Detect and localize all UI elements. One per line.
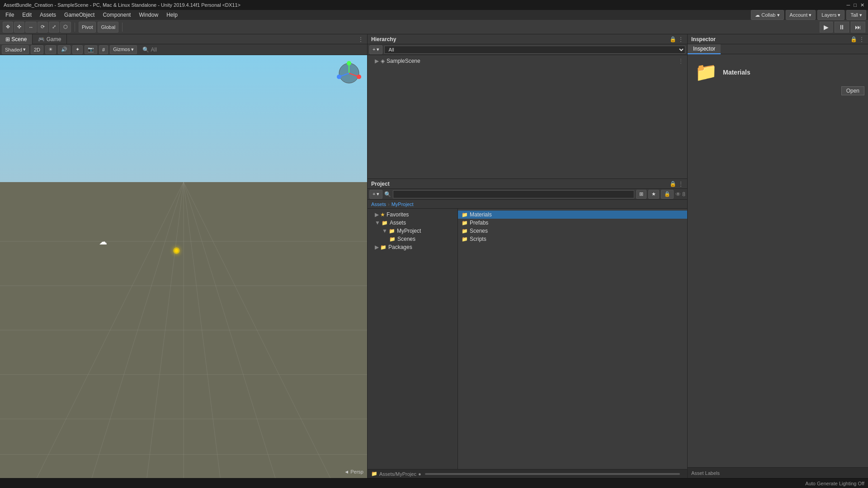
step-button[interactable]: ⏭ <box>851 22 865 33</box>
folder-name: Materials <box>723 69 750 76</box>
project-star-btn[interactable]: ★ <box>648 190 659 199</box>
transform-tools-group: ✥ ✜ ↔ ⟳ ⤢ ⬡ <box>3 22 71 33</box>
scene-tabs: ⊞ Scene 🎮 Game ⋮ <box>0 34 367 44</box>
assets-label: Assets <box>390 220 406 226</box>
inspector-menu-btn[interactable]: ⋮ <box>859 36 864 42</box>
asset-labels-text: Asset Labels <box>691 470 720 476</box>
2d-mode-btn[interactable]: 2D <box>31 45 43 54</box>
audio-btn[interactable]: 🔊 <box>58 45 71 54</box>
prefabs-folder-icon: 📁 <box>462 220 468 226</box>
rect-tool[interactable]: ⤢ <box>49 22 59 33</box>
hand-tool[interactable]: ✥ <box>3 22 13 33</box>
packages-arrow: ▶ <box>375 244 379 250</box>
hierarchy-search[interactable]: All <box>384 46 685 54</box>
tree-scenes[interactable]: 📁 Scenes <box>368 235 458 243</box>
project-lock2-btn[interactable]: 🔒 <box>661 190 674 199</box>
lighting-btn[interactable]: ☀ <box>45 45 56 54</box>
project-lock-btn[interactable]: 🔒 <box>670 181 676 187</box>
tree-favorites[interactable]: ▶ ★ Favorites <box>368 211 458 219</box>
project-files-panel: 📁 Materials 📁 Prefabs 📁 Scenes 📁 Scripts <box>458 209 687 469</box>
pause-button[interactable]: ⏸ <box>835 22 849 33</box>
scene-viewport[interactable]: Shaded <box>0 55 367 478</box>
grid-btn[interactable]: # <box>99 45 108 54</box>
play-button[interactable]: ▶ <box>820 22 833 33</box>
global-button[interactable]: Global <box>98 22 118 33</box>
breadcrumb-myproject[interactable]: MyProject <box>392 202 414 207</box>
hierarchy-menu-btn[interactable]: ⋮ <box>678 36 684 42</box>
hierarchy-title: Hierarchy <box>371 36 396 42</box>
scene-icon: ◈ <box>381 58 385 64</box>
menu-gameobject[interactable]: GameObject <box>61 11 98 19</box>
open-button[interactable]: Open <box>841 86 864 95</box>
cloud-icon: ☁ <box>99 237 107 247</box>
hierarchy-lock-btn[interactable]: 🔒 <box>670 36 676 42</box>
tree-packages[interactable]: ▶ 📁 Packages <box>368 243 458 251</box>
project-add-btn[interactable]: + ▾ <box>369 190 382 199</box>
effects-btn[interactable]: ✦ <box>72 45 83 54</box>
tab-game[interactable]: 🎮 Game <box>33 34 67 44</box>
menu-bar: File Edit Assets GameObject Component Wi… <box>0 10 868 20</box>
file-materials[interactable]: 📁 Materials <box>458 211 687 219</box>
project-search-input[interactable] <box>393 190 634 198</box>
myproject-arrow: ▼ <box>382 228 387 234</box>
menu-help[interactable]: Help <box>163 11 181 19</box>
maximize-btn[interactable]: □ <box>854 2 857 8</box>
breadcrumb-bar: Assets › MyProject <box>368 200 687 209</box>
menu-window[interactable]: Window <box>135 11 162 19</box>
hierarchy-toolbar: + ▾ All <box>368 44 687 55</box>
hierarchy-scene-item[interactable]: ▶ ◈ SampleScene ⋮ <box>368 57 687 65</box>
main-layout: ⊞ Scene 🎮 Game ⋮ Shaded ▾ 2D ☀ 🔊 ✦ 📷 # <box>0 34 868 478</box>
project-view-btn[interactable]: ⊞ <box>636 190 646 199</box>
file-scenes[interactable]: 📁 Scenes <box>458 227 687 235</box>
scale-tool[interactable]: ⟳ <box>38 22 48 33</box>
scene-menu-dots[interactable]: ⋮ <box>678 58 684 64</box>
ground-bg <box>0 182 367 478</box>
hierarchy-panel: Hierarchy 🔒 ⋮ + ▾ All ▶ ◈ SampleScene ⋮ <box>367 34 687 179</box>
project-menu-btn[interactable]: ⋮ <box>678 181 684 187</box>
tab-inspector[interactable]: Inspector <box>688 44 721 54</box>
packages-label: Packages <box>388 244 412 250</box>
favorites-arrow: ▶ <box>375 211 379 218</box>
close-btn[interactable]: ✕ <box>860 2 864 8</box>
menu-file[interactable]: File <box>2 11 18 19</box>
account-button[interactable]: Account ▾ <box>786 10 816 20</box>
myproject-label: MyProject <box>397 228 421 234</box>
move-tool[interactable]: ✜ <box>14 22 24 33</box>
rotate-tool[interactable]: ↔ <box>25 22 37 33</box>
gizmos-btn[interactable]: Gizmos ▾ <box>110 45 137 54</box>
tree-assets[interactable]: ▼ 📁 Assets <box>368 219 458 227</box>
tree-myproject[interactable]: ▼ 📁 MyProject <box>368 227 458 235</box>
menu-edit[interactable]: Edit <box>19 11 35 19</box>
project-tree-panel: ▶ ★ Favorites ▼ 📁 Assets ▼ 📁 MyProject <box>368 209 458 469</box>
file-prefabs[interactable]: 📁 Prefabs <box>458 219 687 227</box>
camera-btn[interactable]: 📷 <box>85 45 97 54</box>
search-icon-project: 🔍 <box>384 191 391 197</box>
hierarchy-add-btn[interactable]: + ▾ <box>369 45 382 54</box>
hierarchy-header: Hierarchy 🔒 ⋮ <box>368 34 687 44</box>
pivot-button[interactable]: Pivot <box>79 22 96 33</box>
collab-button[interactable]: ☁ Collab ▾ <box>751 10 783 20</box>
menu-component[interactable]: Component <box>99 11 134 19</box>
layout-button[interactable]: Tall ▾ <box>846 10 866 20</box>
toolbar: ✥ ✜ ↔ ⟳ ⤢ ⬡ Pivot Global ▶ ⏸ ⏭ <box>0 20 868 34</box>
inspector-content: 📁 Materials Open <box>688 54 868 467</box>
minimize-btn[interactable]: ─ <box>847 2 850 8</box>
project-status-bar: 📁 Assets/MyProjec ● <box>368 469 687 478</box>
transform-tool[interactable]: ⬡ <box>60 22 71 33</box>
assets-arrow: ▼ <box>375 220 380 226</box>
breadcrumb-assets[interactable]: Assets <box>371 202 386 207</box>
sep-1 <box>75 23 75 32</box>
layers-button[interactable]: Layers ▾ <box>817 10 844 20</box>
project-title: Project <box>371 181 390 187</box>
inspector-lock-btn[interactable]: 🔒 <box>850 36 857 42</box>
grid-svg <box>0 182 367 478</box>
scene-menu-btn[interactable]: ⋮ <box>358 36 363 42</box>
title-bar: AssetBundle_Creation - SampleScene - PC,… <box>0 0 868 10</box>
file-scripts[interactable]: 📁 Scripts <box>458 235 687 243</box>
game-tab-icon: 🎮 <box>38 36 45 42</box>
file-scripts-name: Scripts <box>470 236 486 242</box>
menu-assets[interactable]: Assets <box>36 11 60 19</box>
inspector-tabs: Inspector <box>688 44 868 54</box>
shading-mode-btn[interactable]: Shaded ▾ <box>2 45 29 54</box>
tab-scene[interactable]: ⊞ Scene <box>0 34 33 44</box>
